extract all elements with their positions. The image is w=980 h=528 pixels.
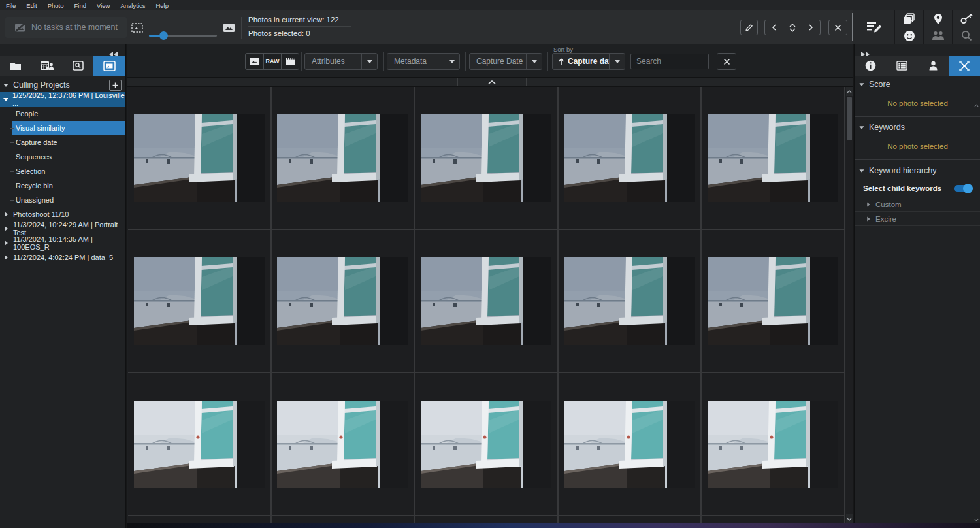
keywords-button[interactable] [953, 10, 980, 27]
sort-dropdown[interactable]: Capture date [552, 53, 625, 70]
photo-thumbnail[interactable] [559, 87, 702, 230]
tree-item-recycle-bin[interactable]: Recycle bin [0, 178, 125, 193]
menu-edit[interactable]: Edit [26, 2, 37, 9]
menu-photo[interactable]: Photo [48, 2, 64, 9]
expanded-caret-icon[interactable] [3, 98, 8, 101]
edit-button[interactable] [740, 20, 758, 35]
collapsed-caret-icon[interactable] [5, 255, 8, 260]
photo-thumbnail[interactable] [702, 373, 845, 516]
project-label: 11/2/2024, 4:02:24 PM | data_5 [13, 254, 113, 261]
photo-thumbnail[interactable] [128, 87, 272, 230]
thumbnail-size-slider[interactable] [149, 35, 217, 37]
calendar-people-icon [40, 61, 54, 71]
project-children: People Visual similarity Capture date Se… [0, 107, 125, 207]
project-item-portrait-test[interactable]: 11/3/2024, 10:24:29 AM | Portrait Test [0, 222, 125, 236]
close-view-button[interactable] [828, 20, 847, 35]
photo-thumbnail[interactable] [415, 373, 559, 516]
keyword-hierarchy-section-header[interactable]: Keyword hierarchy [855, 163, 980, 178]
search-input[interactable] [630, 54, 709, 69]
culling-projects-title: Culling Projects [13, 80, 70, 90]
search-tool-button[interactable] [953, 27, 980, 44]
photo-thumbnail[interactable] [272, 373, 416, 516]
tree-item-sequences[interactable]: Sequences [0, 150, 125, 164]
tab-folders[interactable] [0, 56, 31, 76]
collapsed-caret-icon[interactable] [867, 216, 870, 221]
menu-find[interactable]: Find [74, 2, 86, 9]
metadata-dropdown[interactable]: Metadata [387, 53, 460, 70]
panel-scroll-down-button[interactable] [974, 512, 979, 524]
filter-video-button[interactable] [281, 54, 299, 69]
photo-thumbnail[interactable] [559, 373, 702, 516]
tab-culling[interactable] [949, 56, 980, 76]
menu-file[interactable]: File [6, 2, 16, 9]
photo-thumbnail[interactable] [702, 87, 845, 230]
capture-date-dropdown[interactable]: Capture Date [469, 53, 542, 70]
photo-thumbnail[interactable] [415, 87, 559, 230]
collapsed-caret-icon[interactable] [5, 226, 8, 231]
tree-item-capture-date[interactable]: Capture date [0, 135, 125, 150]
tree-item-unassigned[interactable]: Unassigned [0, 193, 125, 207]
project-label: 11/3/2024, 10:24:29 AM | Portrait Test [13, 221, 125, 237]
previous-photo-button[interactable] [765, 20, 783, 35]
scroll-down-button[interactable] [846, 514, 853, 523]
select-child-keywords-toggle[interactable] [954, 185, 972, 192]
tree-item-visual-similarity[interactable]: Visual similarity [0, 121, 125, 135]
dropdown-arrow-button[interactable] [609, 54, 625, 69]
score-section-header[interactable]: Score [855, 77, 980, 91]
next-photo-button[interactable] [802, 20, 820, 35]
project-item-100eos-r[interactable]: 11/3/2024, 10:14:35 AM | 100EOS_R [0, 236, 125, 250]
keyword-group-excire[interactable]: Excire [855, 212, 980, 226]
tab-search[interactable] [63, 56, 94, 76]
photo-stepper[interactable] [783, 20, 801, 35]
thumbnail-size-large-button[interactable] [221, 20, 237, 35]
dropdown-arrow-button[interactable] [526, 54, 542, 69]
window-bridge-photo [564, 257, 695, 345]
photo-thumbnail[interactable] [702, 230, 845, 373]
tab-people[interactable] [918, 56, 949, 76]
photo-thumbnail[interactable] [415, 230, 559, 373]
slider-handle[interactable] [159, 31, 168, 40]
collapse-panel-button[interactable] [457, 78, 527, 86]
collapsed-caret-icon[interactable] [5, 240, 8, 246]
location-button[interactable] [924, 10, 952, 27]
tab-culling-projects[interactable] [93, 56, 125, 76]
tab-timeline[interactable] [31, 56, 63, 76]
faces-button[interactable] [895, 27, 923, 44]
scrollbar-thumb[interactable] [847, 97, 852, 140]
dropdown-arrow-button[interactable] [361, 54, 377, 69]
collapsed-caret-icon[interactable] [867, 202, 870, 206]
filter-images-button[interactable] [246, 54, 263, 69]
menu-view[interactable]: View [97, 2, 110, 9]
tab-info[interactable] [855, 56, 887, 76]
photo-thumbnail[interactable] [272, 230, 416, 373]
grid-scrollbar[interactable] [846, 87, 853, 523]
project-item-selected[interactable]: 1/25/2025, 12:37:06 PM | Louisville ... [0, 92, 125, 107]
clear-filters-button[interactable] [717, 53, 736, 70]
tree-item-people[interactable]: People [0, 107, 125, 121]
keyword-group-custom[interactable]: Custom [855, 197, 980, 212]
menu-analytics[interactable]: Analytics [120, 2, 145, 9]
scroll-up-button[interactable] [846, 87, 853, 96]
collapsed-caret-icon[interactable] [5, 212, 8, 217]
filter-raw-button[interactable]: RAW [263, 54, 281, 69]
tree-item-selection[interactable]: Selection [0, 164, 125, 178]
project-item-data5[interactable]: 11/2/2024, 4:02:24 PM | data_5 [0, 250, 125, 265]
duplicates-button[interactable] [895, 10, 923, 27]
project-item-photoshoot[interactable]: Photoshoot 11/10 [0, 207, 125, 222]
photo-thumbnail[interactable] [128, 373, 272, 516]
menu-help[interactable]: Help [155, 2, 169, 9]
menu-bar: File Edit Photo Find View Analytics Help [0, 0, 980, 10]
culling-projects-header[interactable]: Culling Projects [0, 78, 125, 91]
photo-thumbnail[interactable] [128, 230, 272, 373]
tab-metadata-table[interactable] [887, 56, 918, 76]
photo-thumbnail[interactable] [559, 230, 702, 373]
add-project-button[interactable] [109, 80, 122, 91]
attributes-dropdown[interactable]: Attributes [304, 53, 378, 70]
people-button[interactable] [924, 27, 952, 44]
annotate-button[interactable] [853, 10, 894, 44]
sort-ascending-icon [558, 58, 564, 65]
keywords-section-header[interactable]: Keywords [855, 120, 980, 135]
photo-thumbnail[interactable] [272, 87, 416, 230]
thumbnail-size-small-button[interactable] [129, 20, 145, 35]
dropdown-arrow-button[interactable] [444, 54, 459, 69]
